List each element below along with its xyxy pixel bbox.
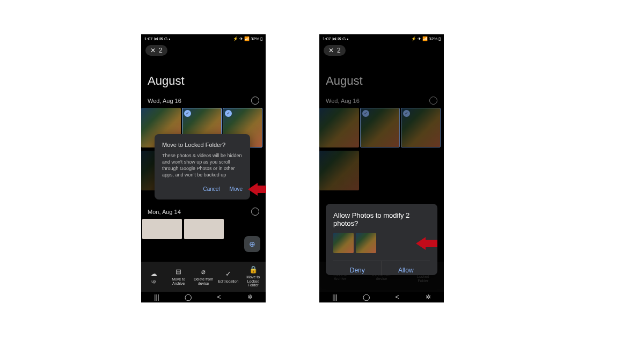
date-row-1: Wed, Aug 16 xyxy=(319,95,444,108)
selection-topbar: ✕ 2 xyxy=(319,43,444,58)
locked-folder-button[interactable]: 🔒 Move to Locked Folder xyxy=(243,266,264,287)
date-label: Wed, Aug 16 xyxy=(326,98,360,104)
move-locked-dialog: Move to Locked Folder? These photos & vi… xyxy=(155,134,250,200)
status-icons-left: ⋈ ✉ G • xyxy=(154,36,171,41)
accessibility-button[interactable]: ✲ xyxy=(423,293,434,301)
check-icon: ✓ xyxy=(403,110,410,117)
edit-location-button[interactable]: ✓ Edit location xyxy=(217,270,239,284)
photo-thumbnail[interactable]: ✓ xyxy=(401,108,441,147)
phone-screenshot-left: 1:07 ⋈ ✉ G • ⚡ ✈ 📶 32% ▯ ✕ 2 August Wed,… xyxy=(141,34,266,302)
check-icon: ✓ xyxy=(184,110,191,117)
battery-icon: ▯ xyxy=(438,36,441,41)
status-icons-right: ⚡ ✈ 📶 xyxy=(233,36,250,41)
thumbnail-row xyxy=(319,151,444,190)
photo-thumbnail xyxy=(356,233,376,253)
lock-icon: 🔒 xyxy=(249,266,258,274)
date-label: Mon, Aug 14 xyxy=(148,209,181,215)
delete-icon: ⌀ xyxy=(201,268,206,276)
select-all-circle[interactable] xyxy=(429,97,437,105)
status-bar: 1:07 ⋈ ✉ G • ⚡ ✈ 📶 32% ▯ xyxy=(141,34,266,43)
dialog-body: These photos & videos will be hidden and… xyxy=(162,152,243,179)
selection-count: 2 xyxy=(159,47,163,54)
selection-chip[interactable]: ✕ 2 xyxy=(145,45,167,56)
thumbnail-row: ✓ ✓ xyxy=(319,108,444,147)
photo-thumbnail[interactable] xyxy=(184,219,224,239)
photo-thumbnail[interactable]: ✓ xyxy=(360,108,400,147)
status-icons-right: ⚡ ✈ 📶 xyxy=(411,36,428,41)
date-label: Wed, Aug 16 xyxy=(148,98,181,104)
status-bar: 1:07 ⋈ ✉ G • ⚡ ✈ 📶 32% ▯ xyxy=(319,34,444,43)
move-button[interactable]: Move xyxy=(230,186,243,192)
status-icons-left: ⋈ ✉ G • xyxy=(332,36,349,41)
backup-button[interactable]: ☁ up xyxy=(143,270,164,284)
selection-count: 2 xyxy=(337,47,341,54)
check-icon: ✓ xyxy=(362,110,369,117)
status-battery: 32% xyxy=(251,36,259,41)
home-button[interactable]: ◯ xyxy=(361,293,371,301)
home-button[interactable]: ◯ xyxy=(182,293,193,301)
cancel-button[interactable]: Cancel xyxy=(203,186,219,192)
close-icon[interactable]: ✕ xyxy=(150,47,156,54)
close-icon[interactable]: ✕ xyxy=(328,47,334,54)
cloud-icon: ☁ xyxy=(150,270,157,278)
dialog-title: Move to Locked Folder? xyxy=(162,142,243,148)
recents-button[interactable]: ||| xyxy=(330,293,340,301)
photo-thumbnail[interactable] xyxy=(142,219,182,239)
select-all-circle[interactable] xyxy=(251,208,259,216)
archive-icon: ⊟ xyxy=(175,268,181,276)
allow-button[interactable]: Allow xyxy=(382,261,430,275)
back-button[interactable]: < xyxy=(392,293,402,301)
selection-chip[interactable]: ✕ 2 xyxy=(324,45,346,56)
month-header: August xyxy=(141,58,266,95)
dialog-thumbs xyxy=(333,233,430,253)
deny-button[interactable]: Deny xyxy=(333,261,382,275)
check-icon: ✓ xyxy=(225,110,232,117)
magnify-icon: ⊕ xyxy=(249,240,255,248)
android-navbar: ||| ◯ < ✲ xyxy=(319,292,444,302)
accessibility-button[interactable]: ✲ xyxy=(245,293,255,301)
location-icon: ✓ xyxy=(225,270,231,278)
dialog-actions: Cancel Move xyxy=(162,186,243,192)
photo-thumbnail xyxy=(333,233,354,253)
date-row-2: Mon, Aug 14 xyxy=(141,206,266,219)
recents-button[interactable]: ||| xyxy=(151,293,162,301)
back-button[interactable]: < xyxy=(214,293,224,301)
archive-button[interactable]: ⊟ Move to Archive xyxy=(168,268,189,285)
delete-button[interactable]: ⌀ Delete from device xyxy=(193,268,214,285)
selection-topbar: ✕ 2 xyxy=(141,43,266,58)
status-time: 1:07 xyxy=(144,36,153,41)
select-all-circle[interactable] xyxy=(251,97,259,105)
action-bar: ☁ up ⊟ Move to Archive ⌀ Delete from dev… xyxy=(141,262,266,292)
phone-screenshot-right: 1:07 ⋈ ✉ G • ⚡ ✈ 📶 32% ▯ ✕ 2 August Wed,… xyxy=(319,34,444,302)
status-battery: 32% xyxy=(429,36,437,41)
dialog-title: Allow Photos to modify 2 photos? xyxy=(333,211,430,227)
dialog-actions: Deny Allow xyxy=(333,261,430,275)
android-navbar: ||| ◯ < ✲ xyxy=(141,292,266,302)
zoom-fab[interactable]: ⊕ xyxy=(244,236,260,252)
status-time: 1:07 xyxy=(323,36,331,41)
month-header: August xyxy=(319,58,444,95)
photo-thumbnail[interactable] xyxy=(319,108,359,147)
battery-icon: ▯ xyxy=(260,36,262,41)
photo-thumbnail[interactable] xyxy=(319,151,359,190)
date-row-1: Wed, Aug 16 xyxy=(141,95,266,108)
